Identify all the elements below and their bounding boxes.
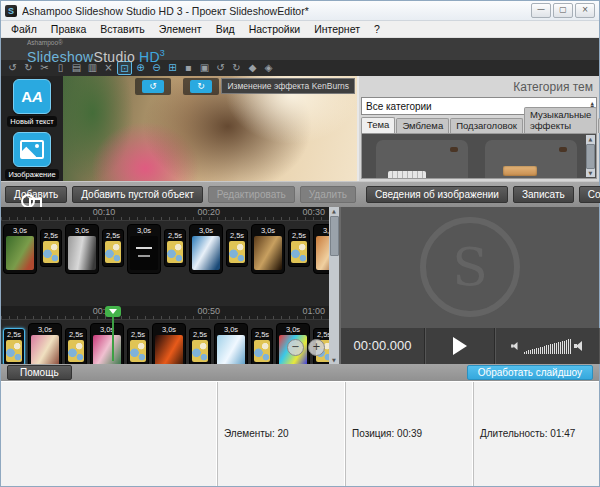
tile-duration: 2,5s	[66, 329, 86, 340]
button-записать[interactable]: Записать	[513, 186, 574, 203]
app-window: S Ashampoo Slideshow Studio HD 3 - Проек…	[0, 0, 600, 487]
tab-эмблема[interactable]: Эмблема	[396, 118, 449, 133]
timeline-slide[interactable]: 3,0s	[65, 224, 99, 274]
menu-item-настройки[interactable]: Настройки	[243, 22, 307, 36]
menu-bar: ФайлПравкаВставитьЭлементВидНастройкиИнт…	[1, 21, 599, 38]
volume-control[interactable]	[495, 328, 599, 364]
status-position: Позиция: 00:39	[345, 382, 473, 487]
bottom-area: 00:1000:2000:303,0s2,5s3,0s2,5s3,0s2,5s3…	[1, 207, 599, 364]
minimize-button[interactable]: —	[531, 3, 551, 18]
theme-art-accent	[450, 147, 458, 152]
volume-slider[interactable]	[524, 338, 571, 354]
timeline-transition[interactable]: 2,5s	[102, 229, 124, 267]
tab-тема[interactable]: Тема	[361, 117, 395, 133]
themes-scrollbar[interactable]: ▲ ▼	[586, 135, 595, 177]
window-controls: — ▢ ×	[531, 3, 595, 18]
sidebar-item-new-text[interactable]: AAНовый текст	[7, 79, 56, 127]
undo-icon[interactable]: ↺	[5, 61, 20, 75]
tab-музыкальные-эффекты[interactable]: Музыкальные эффекты	[524, 107, 597, 133]
tile-thumbnail	[68, 236, 96, 270]
timeline-slide[interactable]: 3,0s	[152, 323, 186, 364]
button-добавить-пустой-объект[interactable]: Добавить пустой объект	[72, 186, 203, 203]
theme-thumbnail	[485, 140, 577, 179]
status-duration: Длительность: 01:47	[473, 382, 600, 487]
timeline-slide[interactable]: 3,0s	[28, 323, 62, 364]
tile-duration: 2,5s	[4, 329, 24, 340]
player-controls: 00:00.000	[341, 328, 599, 364]
app-logo: SlideshowStudioHD3	[27, 46, 599, 64]
status-elements: Элементы: 20	[217, 382, 345, 487]
help-button[interactable]: Помощь	[7, 365, 72, 380]
slide-preview-canvas[interactable]: ↺ ↻ Изменение эффекта KenBurns	[63, 76, 359, 181]
volume-min-icon	[511, 341, 520, 351]
scroll-down-icon[interactable]: ▼	[589, 169, 593, 177]
timeline-slide[interactable]: 3,0s	[189, 224, 223, 274]
maximize-button[interactable]: ▢	[553, 3, 573, 18]
timeline-ruler: 00:4000:5001:00	[1, 306, 339, 320]
tile-thumbnail	[192, 236, 220, 270]
tile-thumbnail	[130, 236, 158, 270]
ruler-tick: 01:00	[302, 306, 325, 316]
rotate-buttons: ↺ ↻	[135, 78, 219, 95]
ruler-tick: 00:20	[198, 207, 221, 217]
timeline-transition[interactable]: 2,5s	[65, 328, 87, 364]
themes-panel: Категория тем Все категории ▲ ▼ ТемаЭмбл…	[359, 76, 599, 181]
timeline-transition[interactable]: 2,5s	[288, 229, 310, 267]
timeline-zoom-in-button[interactable]: +	[308, 339, 325, 356]
timeline-slide[interactable]: 3,0s	[214, 323, 248, 364]
timeline-slide[interactable]: 3,0s	[3, 224, 37, 274]
timeline-ruler: 00:1000:2000:30	[1, 207, 339, 221]
button-сведения-об-изображении[interactable]: Сведения об изображении	[366, 186, 508, 203]
timeline-transition[interactable]: 2,5s	[189, 328, 211, 364]
tile-thumbnail	[68, 340, 84, 362]
tab-подзаголовок[interactable]: Подзаголовок	[450, 118, 523, 133]
timeline-transition[interactable]: 2,5s	[164, 229, 186, 267]
logo-hd: HD	[139, 49, 160, 65]
title-bar: S Ashampoo Slideshow Studio HD 3 - Проек…	[1, 1, 599, 21]
logo-slideshow: Slideshow	[27, 49, 94, 65]
timeline-scrollbar[interactable]: ▲▼	[329, 207, 339, 364]
rotate-right-button[interactable]: ↻	[190, 80, 212, 93]
scroll-thumb[interactable]	[330, 216, 339, 256]
tile-duration: 2,5s	[165, 230, 185, 241]
rotate-left-backing: ↺	[135, 78, 171, 95]
theme-card-action[interactable]: Action	[372, 140, 471, 179]
volume-max-icon	[574, 340, 585, 352]
timeline-transition[interactable]: 2,5s	[40, 229, 62, 267]
theme-card-adventure[interactable]: Adventure	[481, 140, 580, 179]
scroll-down-icon[interactable]: ▼	[332, 356, 336, 364]
rotate-left-button[interactable]: ↺	[142, 80, 164, 93]
timeline-transition[interactable]: 2,5s	[127, 328, 149, 364]
menu-item-вставить[interactable]: Вставить	[94, 22, 151, 36]
menu-item-вид[interactable]: Вид	[210, 22, 241, 36]
timeline-transition[interactable]: 2,5s	[3, 328, 25, 364]
logo-bar: Ashampoo® SlideshowStudioHD3	[1, 38, 599, 60]
playhead-marker[interactable]	[105, 306, 121, 317]
timeline-slide[interactable]: 3,0s	[90, 323, 124, 364]
scroll-up-icon[interactable]: ▲	[332, 207, 336, 215]
button-создатели[interactable]: Создатели	[579, 186, 600, 203]
tile-duration: 2,5s	[289, 230, 309, 241]
tile-thumbnail	[254, 340, 270, 362]
close-button[interactable]: ×	[575, 3, 595, 18]
kenburns-effect-button[interactable]: Изменение эффекта KenBurns	[221, 78, 355, 94]
scroll-thumb[interactable]	[586, 144, 595, 169]
process-slideshow-button[interactable]: Обработать слайдшоу	[467, 365, 593, 380]
play-button[interactable]	[425, 328, 495, 364]
play-icon	[453, 337, 467, 355]
timeline-slide[interactable]: 3,0s	[251, 224, 285, 274]
menu-item-элемент[interactable]: Элемент	[153, 22, 208, 36]
menu-item-item[interactable]: ?	[368, 22, 386, 36]
scroll-up-icon[interactable]: ▲	[589, 135, 593, 143]
menu-item-интернет[interactable]: Интернет	[308, 22, 366, 36]
timeline-zoom-controls: −+	[287, 339, 325, 356]
timeline-slide[interactable]: 3,0s	[127, 224, 161, 274]
menu-item-правка[interactable]: Правка	[45, 22, 92, 36]
menu-item-файл[interactable]: Файл	[5, 22, 43, 36]
tile-duration: 3,0s	[66, 225, 98, 236]
tile-thumbnail	[291, 241, 307, 263]
timeline-transition[interactable]: 2,5s	[226, 229, 248, 267]
sidebar-item-image[interactable]: Изображение	[5, 132, 58, 180]
timeline-zoom-out-button[interactable]: −	[287, 339, 304, 356]
timeline-transition[interactable]: 2,5s	[251, 328, 273, 364]
